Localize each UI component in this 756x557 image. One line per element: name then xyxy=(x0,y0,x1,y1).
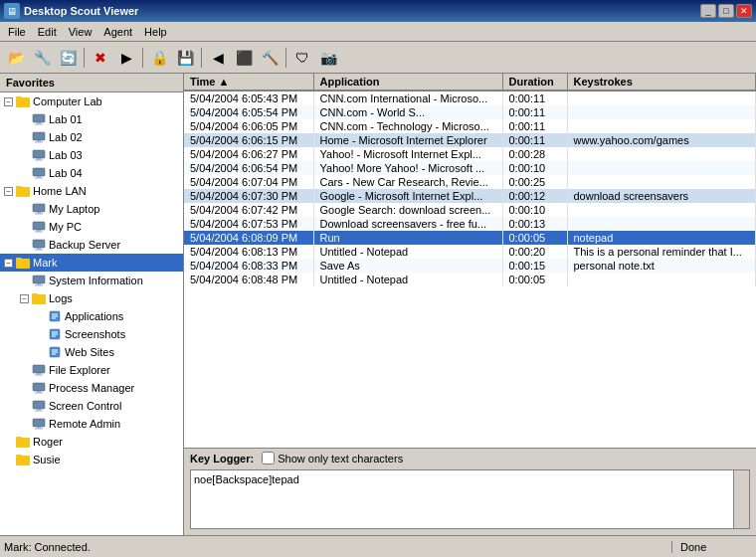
tree-icon-backup-server xyxy=(31,237,47,253)
tree-label-screen-control: Screen Control xyxy=(49,400,121,412)
keylogger-checkbox[interactable] xyxy=(262,452,275,464)
menu-file[interactable]: File xyxy=(2,24,32,40)
sidebar-item-remote-admin[interactable]: Remote Admin xyxy=(0,415,183,433)
col-header-application[interactable]: Application xyxy=(313,74,502,91)
cell-time: 5/04/2004 6:08:33 PM xyxy=(184,259,313,273)
svg-rect-0 xyxy=(33,114,45,122)
toolbar-export[interactable]: 💾 xyxy=(173,46,197,70)
cell-application: CNN.com - World S... xyxy=(313,105,502,119)
menu-edit[interactable]: Edit xyxy=(32,24,63,40)
sidebar-item-screenshots[interactable]: Screenshots xyxy=(0,325,183,343)
cell-keystrokes xyxy=(567,147,756,161)
table-row[interactable]: 5/04/2004 6:08:13 PM Untitled - Notepad … xyxy=(184,245,756,259)
toolbar-stop[interactable]: ⬛ xyxy=(232,46,256,70)
sidebar-item-lab03[interactable]: Lab 03 xyxy=(0,146,183,164)
table-area[interactable]: Time ▲ Application Duration Keystrokes 5… xyxy=(184,74,756,448)
table-row[interactable]: 5/04/2004 6:07:30 PM Google - Microsoft … xyxy=(184,189,756,203)
table-row[interactable]: 5/04/2004 6:08:48 PM Untitled - Notepad … xyxy=(184,273,756,286)
cell-duration: 0:00:20 xyxy=(502,245,567,259)
table-row[interactable]: 5/04/2004 6:07:42 PM Google Search: down… xyxy=(184,203,756,217)
table-row[interactable]: 5/04/2004 6:05:54 PM CNN.com - World S..… xyxy=(184,105,756,119)
cell-application: Yahoo! - Microsoft Internet Expl... xyxy=(313,147,502,161)
table-row[interactable]: 5/04/2004 6:05:43 PM CNN.com Internation… xyxy=(184,91,756,105)
svg-rect-6 xyxy=(33,150,45,158)
minimize-button[interactable]: _ xyxy=(700,4,716,18)
cell-application: CNN.com International - Microso... xyxy=(313,91,502,105)
sidebar-item-lab02[interactable]: Lab 02 xyxy=(0,128,183,146)
cell-time: 5/04/2004 6:06:54 PM xyxy=(184,161,313,175)
sidebar-item-backup-server[interactable]: Backup Server xyxy=(0,236,183,254)
table-row[interactable]: 5/04/2004 6:07:04 PM Cars - New Car Rese… xyxy=(184,175,756,189)
sidebar-item-my-pc[interactable]: My PC xyxy=(0,218,183,236)
status-bar: Mark: Connected. Done xyxy=(0,535,756,557)
col-header-time[interactable]: Time ▲ xyxy=(184,74,313,91)
toolbar-back[interactable]: ◀ xyxy=(206,46,230,70)
keylogger-checkbox-label[interactable]: Show only text characters xyxy=(262,452,403,464)
cell-duration: 0:00:11 xyxy=(502,119,567,133)
cell-duration: 0:00:11 xyxy=(502,133,567,147)
sidebar-item-susie[interactable]: Susie xyxy=(0,451,183,468)
cell-keystrokes: personal note.txt xyxy=(567,259,756,273)
table-row[interactable]: 5/04/2004 6:07:53 PM Download screensave… xyxy=(184,217,756,231)
sidebar-item-applications[interactable]: Applications xyxy=(0,307,183,325)
toolbar-tools[interactable]: 🔨 xyxy=(258,46,282,70)
cell-duration: 0:00:13 xyxy=(502,217,567,231)
svg-rect-5 xyxy=(35,142,43,143)
toolbar-open[interactable]: 📂 xyxy=(4,46,28,70)
table-row[interactable]: 5/04/2004 6:08:33 PM Save As 0:00:15 per… xyxy=(184,259,756,273)
table-row[interactable]: 5/04/2004 6:06:54 PM Yahoo! More Yahoo! … xyxy=(184,161,756,175)
table-header-row: Time ▲ Application Duration Keystrokes xyxy=(184,74,756,91)
tree-icon-file-explorer xyxy=(31,362,47,378)
col-header-keystrokes[interactable]: Keystrokes xyxy=(567,74,756,91)
sidebar-item-computer-lab[interactable]: − Computer Lab xyxy=(0,93,183,110)
close-button[interactable]: ✕ xyxy=(736,4,752,18)
col-header-duration[interactable]: Duration xyxy=(502,74,567,91)
cell-duration: 0:00:15 xyxy=(502,259,567,273)
table-row[interactable]: 5/04/2004 6:06:05 PM CNN.com - Technolog… xyxy=(184,119,756,133)
sidebar-item-lab04[interactable]: Lab 04 xyxy=(0,164,183,182)
toolbar-lock[interactable]: 🔒 xyxy=(147,46,171,70)
menu-agent[interactable]: Agent xyxy=(97,24,138,40)
cell-time: 5/04/2004 6:06:27 PM xyxy=(184,147,313,161)
cell-application: Save As xyxy=(313,259,502,273)
sidebar-item-my-laptop[interactable]: My Laptop xyxy=(0,200,183,218)
toolbar-forward[interactable]: ▶ xyxy=(114,46,138,70)
maximize-button[interactable]: □ xyxy=(718,4,734,18)
svg-rect-42 xyxy=(33,401,45,409)
sidebar-item-web-sites[interactable]: Web Sites xyxy=(0,343,183,361)
cell-duration: 0:00:10 xyxy=(502,203,567,217)
menu-help[interactable]: Help xyxy=(138,24,173,40)
tree-label-computer-lab: Computer Lab xyxy=(33,95,102,107)
svg-rect-10 xyxy=(37,176,41,178)
tree-icon-susie xyxy=(15,452,31,467)
tree-label-system-info: System Information xyxy=(49,275,143,286)
svg-rect-43 xyxy=(37,409,41,411)
sidebar-item-roger[interactable]: Roger xyxy=(0,433,183,451)
sidebar-item-mark[interactable]: − Mark xyxy=(0,254,183,272)
sidebar-item-process-manager[interactable]: Process Manager xyxy=(0,379,183,397)
table-row[interactable]: 5/04/2004 6:08:09 PM Run 0:00:05 notepad xyxy=(184,231,756,245)
svg-rect-4 xyxy=(37,140,41,142)
cell-keystrokes xyxy=(567,105,756,119)
menu-view[interactable]: View xyxy=(63,24,98,40)
cell-application: Untitled - Notepad xyxy=(313,273,502,286)
toolbar-camera[interactable]: 📷 xyxy=(316,46,340,70)
tree-icon-lab01 xyxy=(31,111,47,127)
sidebar-item-file-explorer[interactable]: File Explorer xyxy=(0,361,183,379)
table-body: 5/04/2004 6:05:43 PM CNN.com Internation… xyxy=(184,91,756,286)
cell-duration: 0:00:11 xyxy=(502,105,567,119)
sidebar-item-system-info[interactable]: System Information xyxy=(0,272,183,289)
keylogger-scrollbar[interactable] xyxy=(733,470,749,528)
toolbar-shield[interactable]: 🛡 xyxy=(290,46,314,70)
toolbar-refresh[interactable]: 🔄 xyxy=(56,46,80,70)
sidebar-item-home-lan[interactable]: − Home LAN xyxy=(0,182,183,200)
menu-bar: File Edit View Agent Help xyxy=(0,22,756,42)
sidebar-item-screen-control[interactable]: Screen Control xyxy=(0,397,183,415)
table-row[interactable]: 5/04/2004 6:06:15 PM Home - Microsoft In… xyxy=(184,133,756,147)
table-row[interactable]: 5/04/2004 6:06:27 PM Yahoo! - Microsoft … xyxy=(184,147,756,161)
sidebar-item-lab01[interactable]: Lab 01 xyxy=(0,110,183,128)
svg-rect-14 xyxy=(35,214,43,215)
toolbar-settings[interactable]: 🔧 xyxy=(30,46,54,70)
sidebar-item-logs[interactable]: − Logs xyxy=(0,289,183,307)
toolbar-delete[interactable]: ✖ xyxy=(89,46,112,70)
